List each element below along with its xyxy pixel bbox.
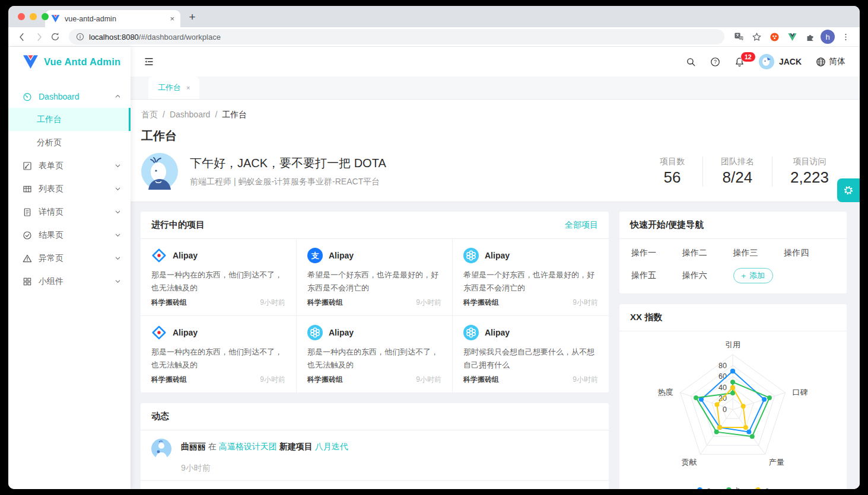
sidebar-item-form[interactable]: 表单页 xyxy=(8,154,131,177)
alipay-icon: 支 xyxy=(307,248,323,263)
menu-fold-icon[interactable] xyxy=(144,56,154,67)
quick-action-link[interactable]: 操作一 xyxy=(631,248,682,258)
flower-icon xyxy=(463,248,479,263)
project-card[interactable]: Alipay 那时候我只会想自己想要什么，从不想自己拥有什么 科学搬砖组 9小时… xyxy=(453,316,609,392)
legend-item-a[interactable]: a xyxy=(697,486,711,489)
feed-avatar xyxy=(151,439,171,459)
vue-devtools-icon[interactable] xyxy=(785,30,799,44)
sidebar-item-analysis[interactable]: 分析页 xyxy=(8,131,131,154)
address-bar[interactable]: localhost:8080/#/dashboard/workplace xyxy=(69,29,724,44)
all-projects-link[interactable]: 全部项目 xyxy=(565,220,598,231)
tab-close-icon[interactable]: × xyxy=(170,14,174,23)
radar-point-a[interactable] xyxy=(730,369,735,373)
page-scroll-area[interactable]: 首页/Dashboard/工作台 工作台 下午好，JACK，要不要打一把 DOT… xyxy=(131,100,860,489)
minimize-window-button[interactable] xyxy=(30,13,37,20)
zoom-window-button[interactable] xyxy=(42,13,49,20)
radar-point-c[interactable] xyxy=(717,425,722,430)
back-icon[interactable] xyxy=(14,29,30,44)
legend-item-b[interactable]: b xyxy=(726,486,740,489)
chrome-profile-avatar[interactable]: h xyxy=(821,30,835,44)
radar-point-b[interactable] xyxy=(730,380,735,385)
page-tab-close-icon[interactable]: × xyxy=(186,84,190,91)
project-card[interactable]: Alipay 希望是一个好东西，也许是最好的，好东西是不会消亡的 科学搬砖组 9… xyxy=(453,239,609,316)
sidebar-item-dashboard[interactable]: Dashboard xyxy=(8,85,131,108)
user-menu[interactable]: JACK xyxy=(759,54,802,69)
radar-point-c[interactable] xyxy=(741,404,746,408)
help-icon[interactable]: ? xyxy=(710,57,720,67)
sidebar-item-exception[interactable]: 异常页 xyxy=(8,247,131,270)
close-window-button[interactable] xyxy=(18,13,25,20)
browser-toolbar: localhost:8080/#/dashboard/workplace h xyxy=(8,27,860,47)
radar-point-b[interactable] xyxy=(767,395,772,400)
stat-label: 项目数 xyxy=(660,157,685,167)
chevron-down-icon xyxy=(115,278,121,285)
breadcrumb-item[interactable]: 首页 xyxy=(141,110,158,120)
project-card[interactable]: Alipay 那是一种内在的东西，他们到达不了，也无法触及的 科学搬砖组 9小时… xyxy=(297,316,453,392)
new-tab-button[interactable]: + xyxy=(184,9,201,25)
legend-dot xyxy=(755,487,761,489)
feed-link[interactable]: 高逼格设计天团 xyxy=(219,442,277,451)
forward-icon[interactable] xyxy=(31,29,46,44)
feed-item[interactable]: 曲丽丽 在 高逼格设计天团 新建项目 八月迭代9小时前 xyxy=(141,430,609,480)
project-group[interactable]: 科学搬砖组 xyxy=(307,375,343,385)
radar-point-b[interactable] xyxy=(694,395,698,400)
extension-orange-icon[interactable] xyxy=(767,30,781,44)
breadcrumb-item[interactable]: Dashboard xyxy=(170,110,211,120)
translate-icon[interactable] xyxy=(732,30,746,44)
app-logo[interactable]: Vue Antd Admin xyxy=(8,47,131,76)
bookmark-star-icon[interactable] xyxy=(749,30,764,44)
project-name[interactable]: Alipay xyxy=(329,328,354,337)
notifications-bell[interactable]: 12 xyxy=(735,57,745,67)
project-card[interactable]: Alipay 那是一种内在的东西，他们到达不了，也无法触及的 科学搬砖组 9小时… xyxy=(141,316,297,392)
quick-action-link[interactable]: 操作五 xyxy=(631,270,682,281)
project-group[interactable]: 科学搬砖组 xyxy=(463,375,499,385)
browser-tabstrip: vue-antd-admin × + xyxy=(8,6,860,27)
legend-item-c[interactable]: c xyxy=(755,486,769,489)
radar-point-c[interactable] xyxy=(743,425,748,430)
quick-action-link[interactable]: 操作六 xyxy=(682,270,733,281)
stat-block: 项目访问 2,223 xyxy=(772,157,847,187)
radar-point-c[interactable] xyxy=(730,385,735,390)
settings-drawer-button[interactable] xyxy=(837,178,860,202)
project-group[interactable]: 科学搬砖组 xyxy=(151,298,187,308)
sidebar-item-list[interactable]: 列表页 xyxy=(8,177,131,200)
project-name[interactable]: Alipay xyxy=(485,328,510,337)
project-name[interactable]: Alipay xyxy=(173,251,198,260)
sidebar-item-result[interactable]: 结果页 xyxy=(8,223,131,247)
project-card[interactable]: 支 Alipay 希望是一个好东西，也许是最好的，好东西是不会消亡的 科学搬砖组… xyxy=(297,239,453,316)
chrome-menu-icon[interactable] xyxy=(838,30,853,44)
radar-point-b[interactable] xyxy=(714,430,719,435)
radar-point-c[interactable] xyxy=(714,402,719,407)
activity-title: 动态 xyxy=(151,411,169,422)
radar-point-a[interactable] xyxy=(746,430,751,435)
add-action-button[interactable]: +添加 xyxy=(733,268,774,283)
feed-link[interactable]: 八月迭代 xyxy=(315,442,348,451)
legend-dot xyxy=(697,487,702,489)
projects-card: 进行中的项目 全部项目 Alipay 那是一种内在的东西，他们到达不了，也无法触… xyxy=(141,212,609,392)
language-switcher[interactable]: 简体 xyxy=(816,56,845,67)
reload-icon[interactable] xyxy=(47,29,63,44)
feed-strong: 新建项目 xyxy=(277,442,315,451)
sidebar-item-detail[interactable]: 详情页 xyxy=(8,200,131,223)
quick-action-link[interactable]: 操作四 xyxy=(784,248,835,258)
site-info-icon[interactable] xyxy=(76,33,84,41)
project-card[interactable]: Alipay 那是一种内在的东西，他们到达不了，也无法触及的 科学搬砖组 9小时… xyxy=(141,239,297,316)
sidebar-item-widgets[interactable]: 小组件 xyxy=(8,270,131,293)
extensions-puzzle-icon[interactable] xyxy=(803,30,817,44)
browser-tab[interactable]: vue-antd-admin × xyxy=(45,10,180,27)
project-name[interactable]: Alipay xyxy=(485,251,510,260)
project-group[interactable]: 科学搬砖组 xyxy=(463,298,499,308)
breadcrumb: 首页/Dashboard/工作台 xyxy=(141,110,847,120)
quick-action-link[interactable]: 操作二 xyxy=(682,248,733,258)
project-name[interactable]: Alipay xyxy=(173,328,198,337)
project-group[interactable]: 科学搬砖组 xyxy=(307,298,343,308)
quick-action-link[interactable]: 操作三 xyxy=(733,248,784,258)
project-name[interactable]: Alipay xyxy=(329,251,354,260)
feed-item[interactable]: 付晓晓 在 高逼格设计天团 发布了 留言9小时前 xyxy=(141,480,609,489)
sidebar-item-workplace[interactable]: 工作台 xyxy=(8,108,131,131)
search-icon[interactable] xyxy=(686,57,696,67)
radar-point-b[interactable] xyxy=(750,434,755,439)
radar-point-a[interactable] xyxy=(762,397,767,402)
page-tab-workplace[interactable]: 工作台 × xyxy=(148,76,199,99)
project-group[interactable]: 科学搬砖组 xyxy=(151,375,187,385)
